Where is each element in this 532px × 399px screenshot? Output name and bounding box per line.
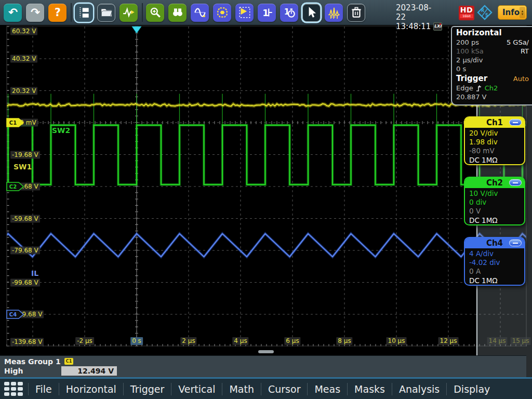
delete-icon-button[interactable] [347,4,365,22]
minimize-button[interactable] [509,119,522,126]
svg-text:S: S [485,13,488,18]
mask-test-icon-button[interactable] [213,4,231,22]
channel-offset: 0 V [469,207,520,216]
menu-item-trigger[interactable]: Trigger [124,383,171,395]
math-waveform-icon [193,6,207,19]
help-icon: ? [51,6,64,19]
menu-item-math[interactable]: Math [222,383,261,395]
trigger-position-marker[interactable] [132,26,141,33]
horizontal-acq-mode: RT [521,47,529,56]
annotation-icon-button[interactable] [235,4,254,22]
menu-item-vertical[interactable]: Vertical [171,383,222,395]
horizontal-scale: 2 µs/div [456,56,483,64]
pointer-mode-icon [305,6,318,19]
x-axis-label: 8 µs [336,337,352,345]
date-text: 2023-08-22 [396,3,441,22]
menu-item-file[interactable]: File [29,383,59,395]
horizontal-scrollbar-grip[interactable] [258,350,274,353]
trigger-level: 20.887 V [456,92,487,101]
help-icon-button[interactable]: ? [48,4,66,22]
main-menu-bar: FileHorizontalTriggerVerticalMathCursorM… [0,379,532,399]
menu-item-display[interactable]: Display [447,383,497,395]
toolbar-separator [142,3,143,22]
math-waveform-icon-button[interactable] [191,4,209,22]
trace-label-sw1: SW1 [14,163,32,171]
undo-icon-button[interactable]: ↶ [4,4,22,22]
info-button[interactable]: Info ▲▼ [498,5,527,20]
svg-text:↷: ↷ [30,6,39,19]
lxi-badge: LXI [433,22,442,31]
trigger-mode: Auto [513,74,529,84]
datetime-display: 2023-08-22 13:48:11 LXI [396,3,441,31]
quick-meas-icon-button[interactable]: 1 [280,4,298,22]
display-dialog-icon-button[interactable] [75,4,93,22]
svg-text:↶: ↶ [8,6,17,19]
x-axis-label: 10 µs [387,337,407,345]
channel-panel-ch4[interactable]: Ch4 4 A/div -4.02 div 0 A DC 1MΩ [464,237,525,286]
menu-item-horizontal[interactable]: Horizontal [59,383,123,395]
toolbar: ↶↷?11FFT 2023-08-22 13:48:11 LXI HD 16bi… [0,0,532,25]
rising-edge-icon [475,85,483,92]
x-axis-label: 0 s [130,337,143,345]
toolbar-separator [71,3,72,22]
probe-signal-icon-button[interactable] [119,4,138,22]
menu-item-cursor[interactable]: Cursor [261,383,307,395]
svg-text:FFT: FFT [329,15,338,19]
minimize-button[interactable] [509,179,522,186]
measurement-icon-button[interactable]: 1 [258,4,276,22]
menu-item-masks[interactable]: Masks [348,383,392,395]
probe-signal-icon [122,6,136,19]
horizontal-trigger-panel[interactable]: Horizontal 200 ps 5 GSa/ 100 kSa RT 2 µs… [451,26,532,105]
horizontal-record-length: 100 kSa [456,47,484,56]
open-folder-icon [100,6,113,19]
y-axis-label: -139.68 V [10,338,44,346]
search-icon-button[interactable] [168,4,187,22]
zoom-in-icon-button[interactable] [146,4,164,22]
meas-group-title: Meas Group 1 [4,357,61,366]
y-axis-label: -39.68 V [10,183,40,191]
search-icon [171,6,184,19]
info-spinner-arrows[interactable]: ▲▼ [520,7,525,18]
measurement-results-panel[interactable]: Meas Group 1 C1 High 12.494 V [0,355,526,377]
fft-icon-button[interactable]: FFT [325,4,343,22]
fft-icon: FFT [327,6,341,19]
channel-position: 1.98 div [469,138,520,147]
redo-icon: ↷ [29,6,42,19]
channel-panel-ch1[interactable]: Ch1 20 V/div 1.98 div -80 mV DC 1MΩ [464,116,525,165]
y-axis-label: -119.68 V [10,311,44,318]
meas-row-label: High [4,367,23,375]
svg-text:?: ? [55,6,61,19]
channel-coupling: DC 1MΩ [469,276,520,285]
channel-name: Ch4 [486,238,503,248]
y-axis-label: -79.68 V [10,247,40,255]
channel-panel-ch2[interactable]: Ch2 10 V/div 0 div 0 V DC 1MΩ [464,177,525,225]
annotation-icon [238,6,251,19]
y-axis-label: 320 mV [10,119,38,127]
pointer-mode-icon-button[interactable] [302,4,321,22]
measurement-icon: 1 [260,6,274,19]
menu-item-analysis[interactable]: Analysis [392,383,446,395]
redo-icon-button[interactable]: ↷ [26,4,44,22]
x-axis-label: 4 µs [232,337,248,345]
channel-coupling: DC 1MΩ [469,216,520,225]
minimize-button[interactable] [509,240,522,246]
svg-text:1: 1 [262,8,269,18]
channel-scale: 20 V/div [469,129,520,138]
apps-grid-icon[interactable] [3,381,24,397]
delete-icon [350,6,363,19]
open-folder-icon-button[interactable] [97,4,115,22]
quick-meas-icon: 1 [283,6,296,19]
menu-item-meas[interactable]: Meas [308,383,347,395]
rohde-schwarz-logo: R S [477,5,493,20]
horizontal-position: 0 s [456,64,466,73]
channel-offset: -80 mV [469,147,520,155]
trigger-source: Ch2 [485,84,498,92]
trace-label-il: IL [31,269,38,277]
y-axis-label: -59.68 V [10,215,40,222]
svg-text:R: R [481,8,484,13]
horizontal-sample-rate: 5 GSa/ [507,38,529,47]
undo-icon: ↶ [6,6,20,19]
trigger-panel-title: Trigger [456,74,487,84]
trigger-type: Edge [456,84,473,92]
channel-offset: 0 A [469,267,520,276]
